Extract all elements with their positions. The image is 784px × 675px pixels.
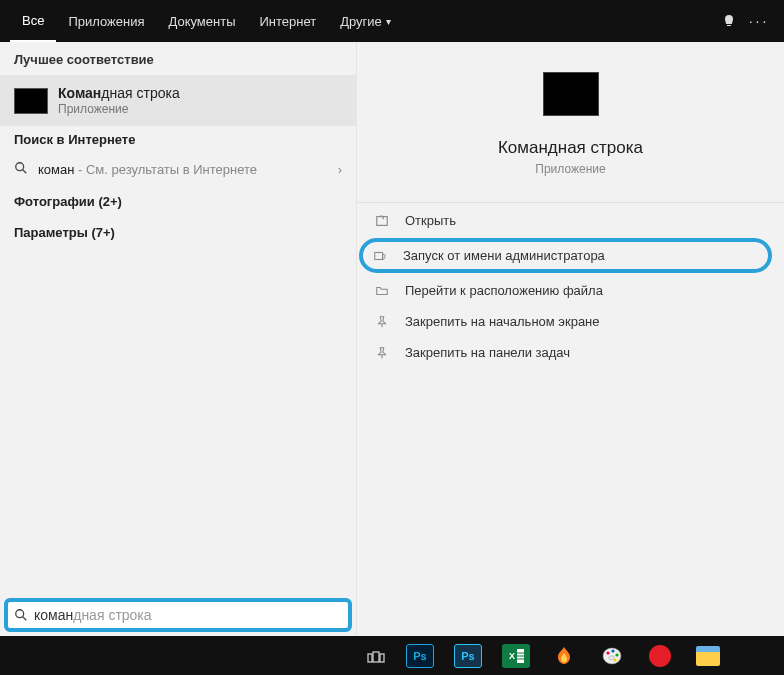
- web-search-suffix: - См. результаты в Интернете: [74, 162, 257, 177]
- taskbar-app-burning[interactable]: [542, 640, 586, 672]
- settings-category[interactable]: Параметры (7+): [0, 217, 356, 248]
- search-icon: [14, 608, 28, 622]
- tab-all-label: Все: [22, 13, 44, 28]
- action-pin-start-label: Закрепить на начальном экране: [405, 314, 600, 329]
- results-pane: Лучшее соответствие Командная строка При…: [0, 42, 356, 636]
- svg-point-17: [611, 649, 614, 652]
- file-explorer-icon: [696, 646, 720, 666]
- svg-line-1: [23, 170, 27, 174]
- preview-subtitle: Приложение: [535, 162, 605, 176]
- svg-point-2: [16, 610, 24, 618]
- best-match-header: Лучшее соответствие: [0, 42, 356, 75]
- best-match-subtitle: Приложение: [58, 102, 180, 116]
- best-match-title-rest: дная строка: [101, 85, 179, 101]
- tab-internet[interactable]: Интернет: [247, 0, 328, 42]
- tab-docs-label: Документы: [168, 14, 235, 29]
- folder-location-icon: [375, 284, 397, 298]
- preview-actions: Открыть Запуск от имени администратора П…: [357, 202, 784, 368]
- preview-title: Командная строка: [498, 138, 643, 158]
- web-search-item[interactable]: коман - См. результаты в Интернете ›: [0, 153, 356, 186]
- flame-icon: [550, 644, 578, 668]
- open-icon: [375, 214, 397, 228]
- taskbar-app-photoshop-2[interactable]: Ps: [446, 640, 490, 672]
- taskbar-app-excel[interactable]: X: [494, 640, 538, 672]
- best-match-item[interactable]: Командная строка Приложение: [0, 75, 356, 126]
- action-open-label: Открыть: [405, 213, 456, 228]
- palette-icon: [598, 644, 626, 668]
- tab-internet-label: Интернет: [259, 14, 316, 29]
- action-open-location[interactable]: Перейти к расположению файла: [357, 275, 784, 306]
- taskbar-app-photoshop-1[interactable]: Ps: [398, 640, 442, 672]
- svg-line-3: [23, 617, 27, 621]
- feedback-icon[interactable]: [714, 0, 744, 42]
- settings-label: Параметры (7+): [14, 225, 115, 240]
- svg-text:X: X: [509, 651, 515, 661]
- svg-rect-6: [368, 654, 372, 662]
- chevron-down-icon: ▾: [386, 16, 391, 27]
- svg-rect-4: [377, 216, 388, 225]
- photoshop-icon: Ps: [454, 644, 482, 668]
- action-open[interactable]: Открыть: [357, 205, 784, 236]
- cmd-prompt-icon: [14, 88, 48, 114]
- search-tabs-bar: Все Приложения Документы Интернет Другие…: [0, 0, 784, 42]
- photos-label: Фотографии (2+): [14, 194, 122, 209]
- svg-point-18: [615, 653, 618, 656]
- cmd-prompt-large-icon: [543, 72, 599, 116]
- tab-apps[interactable]: Приложения: [56, 0, 156, 42]
- photos-category[interactable]: Фотографии (2+): [0, 186, 356, 217]
- svg-point-19: [613, 658, 616, 661]
- svg-rect-7: [373, 652, 379, 662]
- excel-icon: X: [502, 644, 530, 668]
- best-match-title-highlight: Коман: [58, 85, 101, 101]
- action-run-as-admin-label: Запуск от имени администратора: [403, 248, 605, 263]
- search-input[interactable]: командная строка: [4, 598, 352, 632]
- taskbar-app-paint[interactable]: [590, 640, 634, 672]
- taskbar: Ps Ps X: [0, 636, 784, 675]
- more-options-icon[interactable]: ···: [744, 0, 774, 42]
- action-run-as-admin[interactable]: Запуск от имени администратора: [359, 238, 772, 273]
- taskbar-app-explorer[interactable]: [686, 640, 730, 672]
- search-typed-text: коман: [34, 607, 73, 623]
- pin-start-icon: [375, 315, 397, 329]
- preview-pane: Командная строка Приложение Открыть Запу…: [356, 42, 784, 636]
- svg-rect-5: [375, 252, 383, 259]
- svg-point-0: [16, 163, 24, 171]
- tab-all[interactable]: Все: [10, 0, 56, 42]
- action-pin-taskbar-label: Закрепить на панели задач: [405, 345, 570, 360]
- svg-point-16: [606, 651, 609, 654]
- photoshop-icon: Ps: [406, 644, 434, 668]
- tab-docs[interactable]: Документы: [156, 0, 247, 42]
- search-bar-container: командная строка: [0, 594, 356, 636]
- best-match-title: Командная строка: [58, 85, 180, 101]
- taskbar-search-area: [0, 636, 356, 675]
- opera-icon: [649, 645, 671, 667]
- chevron-right-icon: ›: [338, 162, 342, 177]
- tab-other-label: Другие: [340, 14, 382, 29]
- task-view-button[interactable]: [356, 636, 396, 675]
- search-icon: [14, 161, 30, 178]
- action-open-location-label: Перейти к расположению файла: [405, 283, 603, 298]
- admin-shield-icon: [373, 249, 395, 263]
- search-content: Лучшее соответствие Командная строка При…: [0, 42, 784, 636]
- svg-rect-8: [380, 654, 384, 662]
- tab-apps-label: Приложения: [68, 14, 144, 29]
- web-search-query: коман: [38, 162, 74, 177]
- web-search-text: коман - См. результаты в Интернете: [38, 162, 338, 177]
- action-pin-taskbar[interactable]: Закрепить на панели задач: [357, 337, 784, 368]
- web-search-header: Поиск в Интернете: [0, 126, 356, 153]
- action-pin-start[interactable]: Закрепить на начальном экране: [357, 306, 784, 337]
- tab-other[interactable]: Другие ▾: [328, 0, 403, 42]
- pin-taskbar-icon: [375, 346, 397, 360]
- search-autocomplete-ghost: дная строка: [73, 607, 151, 623]
- preview-header: Командная строка Приложение: [357, 60, 784, 202]
- taskbar-app-opera[interactable]: [638, 640, 682, 672]
